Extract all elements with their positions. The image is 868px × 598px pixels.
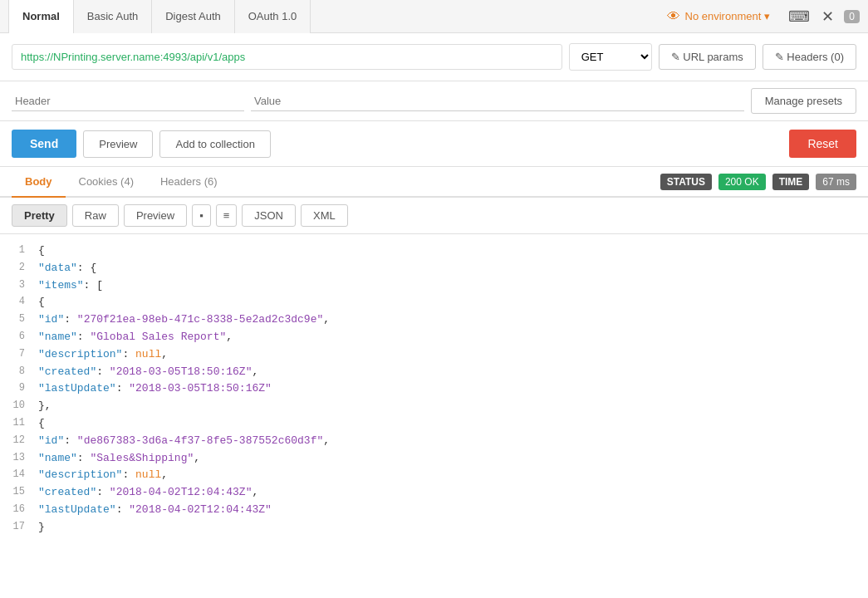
line-number: 12	[12, 433, 38, 450]
line-number: 1	[12, 243, 38, 260]
code-line: 15 "created": "2018-04-02T12:04:43Z",	[12, 484, 856, 502]
code-plain: : {	[77, 262, 96, 274]
add-to-collection-button[interactable]: Add to collection	[159, 130, 270, 158]
json-button[interactable]: JSON	[242, 204, 296, 227]
code-line: 9 "lastUpdate": "2018-03-05T18:50:16Z"	[12, 380, 856, 398]
line-number: 16	[12, 502, 38, 519]
xml-button[interactable]: XML	[301, 204, 348, 227]
tab-normal[interactable]: Normal	[8, 0, 74, 33]
code-plain: :	[64, 313, 77, 326]
wrap-button[interactable]: ▪	[192, 204, 211, 227]
code-line: 6 "name": "Global Sales Report",	[12, 329, 856, 346]
code-area: 1{2 "data": {3 "items": [4 {5 "id": "270…	[0, 234, 868, 539]
indent-icon: ≡	[223, 209, 230, 222]
pretty-button[interactable]: Pretty	[12, 204, 67, 227]
code-plain: ,	[226, 331, 233, 343]
code-plain: ,	[161, 348, 168, 360]
raw-button[interactable]: Raw	[72, 204, 119, 227]
code-line: 13 "name": "Sales&Shipping",	[12, 450, 856, 468]
line-number: 18	[12, 537, 38, 539]
line-number: 15	[12, 484, 38, 502]
tab-basic-auth[interactable]: Basic Auth	[74, 0, 152, 33]
code-line: 14 "description": null,	[12, 467, 856, 484]
code-plain: ,	[323, 313, 330, 326]
status-code: 200 OK	[718, 174, 766, 190]
tab-digest-auth[interactable]: Digest Auth	[152, 0, 235, 33]
code-key: "description"	[38, 348, 122, 360]
code-value: null	[135, 348, 161, 360]
code-key: "id"	[38, 313, 64, 326]
format-bar: Pretty Raw Preview ▪ ≡ JSON XML	[0, 198, 868, 234]
code-plain: :	[96, 365, 110, 378]
url-params-button[interactable]: ✎ URL params	[659, 44, 756, 70]
code-key: "name"	[38, 452, 77, 464]
url-params-icon: ✎	[671, 51, 680, 63]
code-plain: {	[38, 244, 45, 257]
method-select[interactable]: GET POST PUT DELETE	[569, 43, 652, 71]
header-input[interactable]	[12, 91, 244, 111]
line-number: 3	[12, 277, 38, 295]
tools-icon[interactable]: ✕	[820, 6, 836, 27]
status-label: STATUS	[660, 174, 712, 190]
code-plain: }	[38, 521, 45, 533]
code-plain: },	[38, 399, 51, 412]
time-label: TIME	[772, 174, 810, 190]
code-line: 3 "items": [	[12, 277, 856, 295]
code-line: 11 {	[12, 415, 856, 433]
code-line: 10 },	[12, 398, 856, 415]
code-string: "2018-03-05T18:50:16Z"	[129, 382, 272, 395]
code-value: null	[135, 468, 161, 481]
code-plain: :	[116, 382, 130, 395]
headers-label: Headers (0)	[787, 51, 844, 63]
time-value: 67 ms	[816, 174, 856, 190]
response-tabs: Body Cookies (4) Headers (6) STATUS 200 …	[0, 167, 868, 198]
code-key: "description"	[38, 468, 122, 481]
code-line: 8 "created": "2018-03-05T18:50:16Z",	[12, 364, 856, 381]
code-plain: ,	[252, 486, 258, 498]
url-section: GET POST PUT DELETE ✎ URL params ✎ Heade…	[0, 33, 868, 81]
code-line: 12 "id": "de867383-3d6a-4f37-8fe5-387552…	[12, 433, 856, 450]
tab-oauth[interactable]: OAuth 1.0	[235, 0, 311, 33]
headers-button[interactable]: ✎ Headers (0)	[763, 44, 856, 70]
code-key: "name"	[38, 331, 77, 343]
header-row: Manage presets	[0, 81, 868, 121]
send-button[interactable]: Send	[12, 130, 76, 158]
environment-selector[interactable]: 👁 No environment ▾	[667, 9, 771, 24]
code-string: "2018-04-02T12:04:43Z"	[110, 486, 253, 498]
eye-icon: 👁	[667, 9, 680, 24]
tab-cookies[interactable]: Cookies (4)	[66, 167, 147, 198]
keyboard-icon[interactable]: ⌨	[787, 6, 812, 27]
preview-format-button[interactable]: Preview	[124, 204, 187, 227]
value-input[interactable]	[251, 91, 744, 111]
code-plain: :	[122, 468, 135, 481]
code-line: 17 }	[12, 519, 856, 537]
line-number: 8	[12, 364, 38, 381]
code-plain: ],	[38, 538, 51, 539]
line-number: 9	[12, 380, 38, 398]
code-line: 18 ],	[12, 537, 856, 539]
url-input[interactable]	[12, 44, 562, 70]
code-line: 2 "data": {	[12, 260, 856, 277]
code-plain: ,	[252, 365, 258, 378]
code-key: "data"	[38, 262, 77, 274]
code-plain: {	[38, 417, 45, 429]
chevron-down-icon: ▾	[764, 10, 770, 22]
line-number: 14	[12, 467, 38, 484]
line-number: 6	[12, 329, 38, 346]
indent-button[interactable]: ≡	[216, 204, 238, 227]
line-number: 4	[12, 294, 38, 311]
code-plain: ,	[161, 468, 168, 481]
headers-icon: ✎	[775, 51, 784, 63]
status-badges: STATUS 200 OK TIME 67 ms	[660, 174, 856, 190]
code-plain: ,	[194, 452, 200, 464]
preview-button[interactable]: Preview	[83, 130, 153, 158]
line-number: 2	[12, 260, 38, 277]
tab-headers[interactable]: Headers (6)	[147, 167, 231, 198]
action-row: Send Preview Add to collection Reset	[0, 121, 868, 167]
tab-body[interactable]: Body	[12, 167, 66, 198]
code-key: "lastUpdate"	[38, 503, 116, 516]
reset-button[interactable]: Reset	[789, 130, 856, 158]
code-line: 16 "lastUpdate": "2018-04-02T12:04:43Z"	[12, 502, 856, 519]
manage-presets-button[interactable]: Manage presets	[751, 88, 856, 114]
nav-icons: ⌨ ✕ 0	[787, 6, 860, 27]
